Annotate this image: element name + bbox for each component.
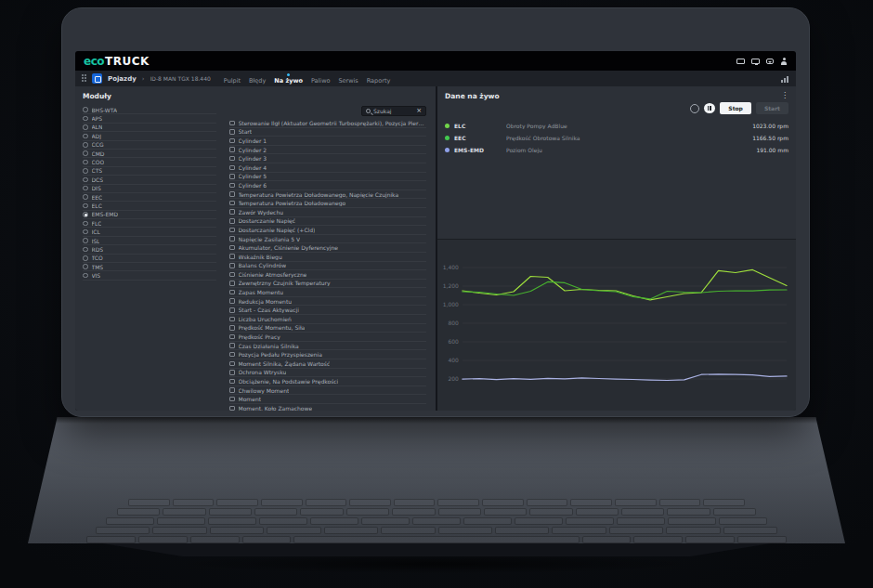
user-icon[interactable]: [780, 58, 788, 65]
module-radio-row[interactable]: ELC: [83, 202, 216, 210]
module-radio-row[interactable]: ALN: [83, 124, 216, 132]
live-data-header: Dane na żywo ⋮: [437, 86, 796, 100]
module-radio-row[interactable]: ADJ: [83, 132, 216, 140]
signal-chart-icon[interactable]: [781, 75, 789, 83]
module-radio-row[interactable]: TCO: [83, 255, 216, 263]
parameter-label: Ochrona Wtrysku: [239, 369, 287, 375]
tab-raporty[interactable]: Raporty: [367, 73, 391, 85]
vehicle-label[interactable]: ID-8 MAN TGX 18.440: [150, 75, 211, 82]
parameter-checkbox-row[interactable]: Chwilowy Moment: [229, 386, 426, 396]
parameter-checkbox-row[interactable]: Cylinder 3: [229, 154, 426, 163]
keyboard-key: [128, 499, 170, 506]
parameter-checkbox-row[interactable]: Moment: [229, 395, 426, 404]
parameter-checkbox-row[interactable]: Ciśnienie Atmosferyczne: [229, 270, 426, 280]
parameter-checkbox-row[interactable]: Moment, Koło Zamachowe: [229, 404, 426, 411]
module-radio-row[interactable]: CTS: [83, 167, 216, 176]
checkbox-icon: [229, 218, 235, 224]
checkbox-icon: [229, 201, 235, 206]
module-radio-row[interactable]: APS: [83, 114, 216, 123]
module-radio-row[interactable]: RDS: [83, 245, 216, 254]
module-radio-row[interactable]: DCS: [83, 176, 216, 184]
tab-pulpit[interactable]: Pulpit: [224, 73, 241, 85]
tab-na-żywo[interactable]: Na żywo: [274, 73, 303, 85]
parameter-label: Napięcie Zasilania 5 V: [239, 236, 301, 242]
keyboard-key: [216, 499, 258, 506]
module-radio-row[interactable]: BHS-WTA: [83, 106, 216, 114]
modules-list: BHS-WTAAPSALNADJCCGCMDCOOCTSDCSDISEECELC…: [75, 104, 216, 411]
parameter-checkbox-row[interactable]: Obciążenie, Na Podstawie Prędkości: [229, 377, 426, 386]
parameter-checkbox-row[interactable]: Akumulator, Ciśnienie Dyferencyjne: [229, 243, 426, 253]
parameter-checkbox-row[interactable]: Zawór Wydechu: [229, 208, 426, 217]
module-radio-row[interactable]: ISL: [83, 237, 216, 245]
parameter-checkbox-row[interactable]: Redukcja Momentu: [229, 297, 426, 307]
vehicle-app-icon[interactable]: [92, 73, 102, 84]
parameter-label: Liczba Uruchomień: [239, 316, 292, 322]
parameter-checkbox-row[interactable]: Napięcie Zasilania 5 V: [229, 235, 426, 244]
parameter-checkbox-row[interactable]: Cylinder 6: [229, 181, 426, 190]
clear-search-icon[interactable]: ×: [416, 108, 422, 114]
parameter-checkbox-row[interactable]: Balans Cylindrów: [229, 262, 426, 271]
parameter-checkbox-row[interactable]: Temperatura Powietrza Doładowanego: [229, 199, 426, 208]
parameter-label: Temperatura Powietrza Doładowanego: [239, 200, 346, 206]
tab-błędy[interactable]: Błędy: [249, 73, 266, 85]
keyboard-key: [615, 499, 657, 506]
keyboard-key: [96, 527, 150, 534]
pause-button[interactable]: [704, 103, 715, 113]
tab-paliwo[interactable]: Paliwo: [311, 73, 331, 85]
parameter-checkbox-row[interactable]: Cylinder 4: [229, 163, 426, 173]
chevron-right-icon: ›: [142, 75, 145, 83]
radio-icon: [83, 247, 88, 253]
parameter-checkbox-row[interactable]: Prędkość Momentu, Siła: [229, 324, 426, 333]
checkbox-icon: [229, 387, 235, 393]
kebab-menu-icon[interactable]: ⋮: [781, 92, 788, 99]
chat-icon[interactable]: [766, 59, 774, 64]
stop-button[interactable]: Stop: [720, 102, 751, 114]
parameter-checkbox-row[interactable]: Start - Czas Aktywacji: [229, 306, 426, 315]
parameter-checkbox-row[interactable]: Zewnętrzny Czujnik Temperatury: [229, 280, 426, 289]
parameter-checkbox-row[interactable]: Sterowanie Ilgł (Aktuator Geometrii Turb…: [229, 119, 426, 128]
checkbox-icon: [229, 165, 235, 171]
module-label: CMD: [92, 150, 105, 157]
parameter-checkbox-row[interactable]: Zapas Momentu: [229, 288, 426, 297]
parameter-checkbox-row[interactable]: Dostarczanie Napięć (+Cld): [229, 226, 426, 235]
cast-icon[interactable]: [736, 59, 745, 64]
module-radio-row[interactable]: COO: [83, 158, 216, 166]
keyboard-key: [190, 536, 240, 543]
keyboard-key: [463, 517, 512, 525]
module-radio-row[interactable]: CCG: [83, 141, 216, 150]
module-radio-row[interactable]: VIS: [83, 271, 216, 280]
radio-icon: [83, 194, 88, 200]
tab-serwis[interactable]: Serwis: [338, 73, 358, 85]
search-input[interactable]: [373, 108, 413, 114]
parameter-checkbox-row[interactable]: Pozycja Pedału Przyspieszenia: [229, 350, 426, 359]
parameter-checkbox-row[interactable]: Prędkość Pracy: [229, 333, 426, 342]
parameter-checkbox-row[interactable]: Start: [229, 128, 426, 137]
parameter-checkbox-row[interactable]: Cylinder 2: [229, 146, 426, 155]
grip-dots-icon[interactable]: [82, 74, 86, 83]
parameter-checkbox-row[interactable]: Wskaźnik Biegu: [229, 253, 426, 262]
module-radio-row[interactable]: FLC: [83, 219, 216, 228]
module-radio-row[interactable]: ICL: [83, 228, 216, 236]
laptop-screen-bezel: eco TRUCK Pojazdy › ID-8 MAN TGX 18.440 …: [61, 7, 810, 417]
module-radio-row[interactable]: DIS: [83, 185, 216, 193]
parameter-checkbox-row[interactable]: Ochrona Wtrysku: [229, 369, 426, 378]
keyboard-key: [552, 527, 606, 534]
module-radio-row[interactable]: EEC: [83, 193, 216, 202]
radio-icon: [83, 255, 88, 261]
keyboard-key: [293, 536, 579, 543]
parameter-checkbox-row[interactable]: Czas Działania Silnika: [229, 342, 426, 351]
parameter-checkbox-row[interactable]: Cylinder 1: [229, 137, 426, 146]
parameter-checkbox-row[interactable]: Temperatura Powietrza Doładowanego, Napi…: [229, 190, 426, 200]
module-radio-row[interactable]: EMS-EMD: [83, 211, 216, 219]
breadcrumb[interactable]: Pojazdy: [108, 75, 137, 83]
monitor-icon[interactable]: [751, 59, 760, 64]
module-radio-row[interactable]: CMD: [83, 150, 216, 158]
parameter-checkbox-row[interactable]: Moment Silnika, Żądana Wartość: [229, 359, 426, 369]
module-radio-row[interactable]: TMS: [83, 263, 216, 271]
parameter-checkbox-row[interactable]: Liczba Uruchomień: [229, 315, 426, 324]
parameter-checkbox-row[interactable]: Dostarczanie Napięć: [229, 217, 426, 227]
start-button[interactable]: Start: [756, 102, 788, 114]
radio-icon: [83, 116, 88, 122]
record-icon[interactable]: [690, 104, 699, 113]
parameter-checkbox-row[interactable]: Cylinder 5: [229, 173, 426, 182]
